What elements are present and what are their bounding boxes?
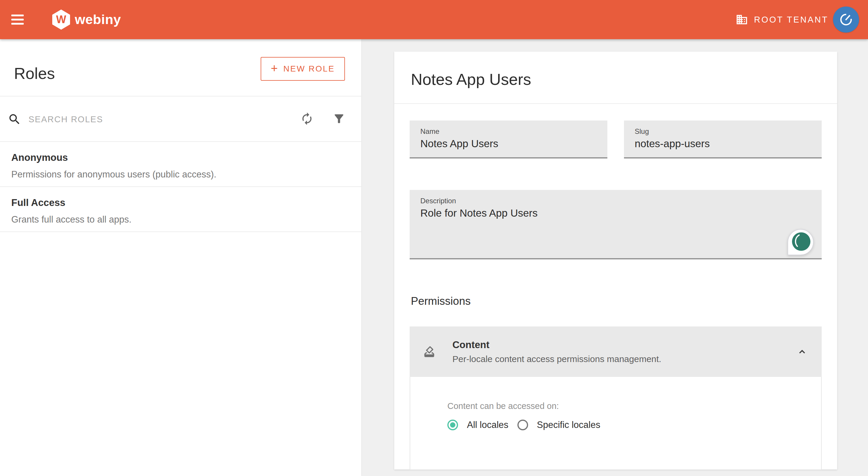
building-icon <box>736 13 748 26</box>
search-icon <box>8 113 21 126</box>
filter-button[interactable] <box>332 112 346 126</box>
content-permission-icon <box>423 345 436 358</box>
user-avatar[interactable] <box>833 6 859 33</box>
chat-widget-button[interactable] <box>787 229 814 255</box>
role-details-card: Notes App Users Name Slug Description Ro… <box>394 52 837 470</box>
search-input[interactable] <box>29 108 254 131</box>
name-field[interactable]: Name <box>410 121 607 158</box>
radio-all-locales-label[interactable]: All locales <box>467 420 508 430</box>
description-input[interactable]: Role for Notes App Users <box>420 207 811 255</box>
role-details-header: Notes App Users <box>394 52 837 104</box>
tenant-selector[interactable]: ROOT TENANT <box>736 0 829 39</box>
radio-all-locales[interactable] <box>447 420 458 430</box>
webiny-admin-roles-page: { "header": { "brand": "webiny", "logo_l… <box>0 0 868 476</box>
slug-input[interactable] <box>635 138 811 150</box>
power-avatar-icon <box>835 9 857 30</box>
page-title: Roles <box>14 64 55 83</box>
roles-list-panel: Roles + NEW ROLE Anonymous Permissions f… <box>0 39 361 476</box>
role-item-name: Anonymous <box>11 152 350 163</box>
radio-specific-locales[interactable] <box>518 420 528 430</box>
role-list-item-full-access[interactable]: Full Access Grants full access to all ap… <box>0 187 361 232</box>
webiny-logo[interactable]: W webiny <box>52 0 121 39</box>
brand-name: webiny <box>75 12 121 27</box>
collapse-button[interactable] <box>796 345 809 358</box>
roles-panel-header: Roles + NEW ROLE <box>0 39 361 96</box>
role-details-title: Notes App Users <box>411 70 531 89</box>
role-list-item-anonymous[interactable]: Anonymous Permissions for anonymous user… <box>0 142 361 187</box>
chat-widget-icon <box>791 231 811 252</box>
logo-letter: W <box>56 13 66 26</box>
access-question-label: Content can be accessed on: <box>447 401 559 411</box>
name-field-label: Name <box>420 128 597 135</box>
roles-search-bar <box>0 96 361 142</box>
chevron-up-icon <box>796 345 809 358</box>
role-item-name: Full Access <box>11 197 350 208</box>
slug-field-label: Slug <box>635 128 811 135</box>
new-role-button-label: NEW ROLE <box>283 64 335 73</box>
webiny-logo-icon: W <box>52 9 70 30</box>
slug-field[interactable]: Slug <box>624 121 822 158</box>
name-slug-row: Name Slug <box>410 121 822 158</box>
description-field[interactable]: Description Role for Notes App Users <box>410 190 822 259</box>
new-role-button[interactable]: + NEW ROLE <box>261 57 345 81</box>
menu-icon[interactable] <box>11 14 24 25</box>
description-field-label: Description <box>420 197 811 205</box>
refresh-button[interactable] <box>300 112 314 126</box>
name-input[interactable] <box>420 138 597 150</box>
locale-access-options: All locales Specific locales <box>447 420 610 430</box>
top-app-bar: W webiny ROOT TENANT <box>0 0 868 39</box>
role-item-description: Grants full access to all apps. <box>11 214 350 225</box>
content-accordion-text: Content Per-locale content access permis… <box>453 339 661 364</box>
radio-specific-locales-label[interactable]: Specific locales <box>537 420 600 430</box>
content-accordion-subtitle: Per-locale content access permissions ma… <box>453 354 661 364</box>
content-permissions-accordion: Content Per-locale content access permis… <box>410 326 822 470</box>
role-item-description: Permissions for anonymous users (public … <box>11 169 350 180</box>
tenant-label: ROOT TENANT <box>754 15 829 25</box>
plus-icon: + <box>271 62 278 74</box>
content-accordion-title: Content <box>453 339 661 350</box>
content-accordion-header[interactable]: Content Per-locale content access permis… <box>410 326 822 377</box>
filter-icon <box>333 112 345 125</box>
refresh-icon <box>300 112 314 126</box>
content-accordion-body: Content can be accessed on: All locales … <box>410 377 822 470</box>
permissions-heading: Permissions <box>411 295 822 308</box>
